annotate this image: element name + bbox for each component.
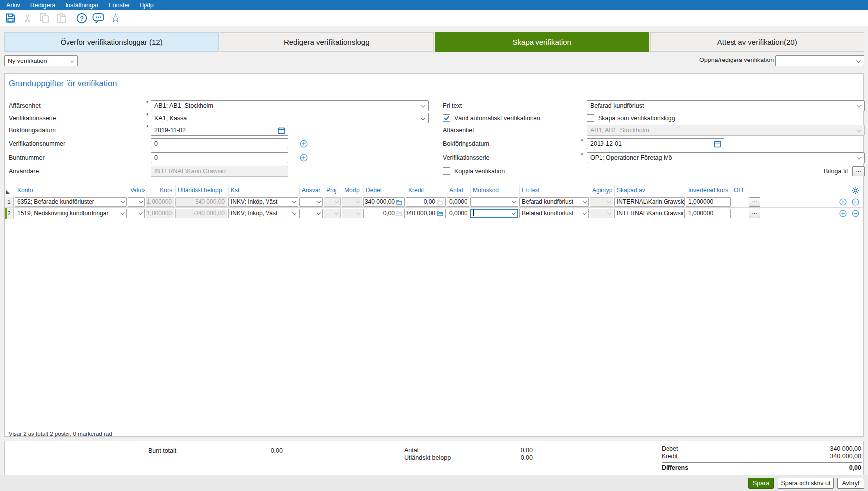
cut-button[interactable]: ✂ <box>21 11 34 25</box>
open-edit-verification-select[interactable] <box>775 55 864 66</box>
grid-status-bar: Visar 2 av totalt 2 poster. 0 markerad r… <box>5 430 863 437</box>
column-header-utlandskt-belopp[interactable]: Utländskt belopp <box>175 185 227 196</box>
amount-folder-icon[interactable] <box>437 199 443 205</box>
inverterad-kurs-cell[interactable]: 1,000000 <box>686 197 731 207</box>
momskod-cell[interactable] <box>470 197 518 207</box>
help-button[interactable]: ? <box>75 11 88 25</box>
column-header-fri-text[interactable]: Fri text <box>519 185 589 196</box>
comments-button[interactable] <box>92 11 105 25</box>
skapad-av-cell[interactable]: INTERNAL\Karin.Grawsio <box>614 209 685 218</box>
kst-cell[interactable]: INKV; Inköp, Väst <box>228 197 298 207</box>
column-header-mortp[interactable]: Mortp <box>342 185 362 196</box>
ole-button[interactable]: ... <box>749 197 760 207</box>
amount-folder-icon[interactable] <box>396 211 402 216</box>
avbryt-button[interactable]: Avbryt <box>837 478 864 489</box>
sort-corner-icon <box>6 190 10 194</box>
valuta-cell[interactable] <box>128 209 145 218</box>
column-header-konto[interactable]: Konto <box>15 185 127 196</box>
utlandskt-belopp-cell: -340 000,00 <box>175 209 227 218</box>
menu-fonster[interactable]: Fönster <box>104 2 134 9</box>
add-icon[interactable] <box>300 140 308 148</box>
ansvar-cell[interactable] <box>299 209 323 218</box>
kredit-cell[interactable]: 340 000,00 <box>406 209 446 218</box>
menu-hjalp[interactable]: Hjälp <box>134 2 159 9</box>
konto-cell[interactable]: 6352; Befarade kundförluster <box>15 197 127 207</box>
antal-cell[interactable]: 0,0000 <box>447 209 469 218</box>
grid-settings-button[interactable] <box>852 187 859 194</box>
calendar-icon[interactable] <box>714 140 721 148</box>
buntnummer-input[interactable]: 0 <box>151 152 288 163</box>
tab-overfor-verifikationsloggar[interactable]: Överför verifikationsloggar (12) <box>4 32 219 52</box>
new-verification-select[interactable]: Ny verifikation <box>4 55 78 66</box>
chevron-down-icon <box>512 210 516 214</box>
fri-text-select[interactable]: Befarad kundförlust <box>587 100 865 111</box>
menu-arkiv[interactable]: Arkiv <box>1 2 25 9</box>
column-header-kurs[interactable]: Kurs <box>146 185 174 196</box>
skapad-av-cell[interactable]: INTERNAL\Karin.Grawsio <box>614 197 685 207</box>
verifikationsnummer-input[interactable]: 0 <box>151 138 288 149</box>
row-number[interactable]: 1 <box>5 197 14 207</box>
bokforingsdatum-input[interactable]: 2019-11-02 <box>151 125 288 136</box>
bifoga-fil-button[interactable]: ... <box>852 166 865 176</box>
ole-button[interactable]: ... <box>749 209 760 218</box>
menu-redigera[interactable]: Redigera <box>25 2 61 9</box>
column-header-inverterad-kurs[interactable]: Inverterad kurs <box>686 185 731 196</box>
amount-folder-icon[interactable] <box>396 199 402 205</box>
skapa-som-verifikationslogg-checkbox[interactable] <box>587 114 594 122</box>
verifikationsserie-select[interactable]: KA1; Kassa <box>151 113 429 123</box>
row-number[interactable]: 2 <box>5 208 14 219</box>
vand-automatiskt-checkbox[interactable] <box>443 114 450 122</box>
save-button[interactable] <box>4 11 17 25</box>
spara-och-skriv-ut-button[interactable]: Spara och skriv ut <box>778 478 834 489</box>
differens-label: Differens <box>662 464 688 471</box>
column-header-agartyp[interactable]: Ägartyp <box>590 185 613 196</box>
verifikationsserie-vand-select[interactable]: OP1; Operationer Företag Mö <box>587 152 865 163</box>
grid-select-all-corner[interactable] <box>5 185 14 196</box>
affarsenhet-select[interactable]: AB1; AB1 Stockholm <box>151 100 429 111</box>
debet-cell[interactable]: 340 000,00 <box>363 197 405 207</box>
copy-button[interactable] <box>38 11 51 25</box>
chevron-down-icon <box>121 210 125 214</box>
inverterad-kurs-cell[interactable]: 1,000000 <box>686 209 731 218</box>
remove-row-icon[interactable] <box>852 210 859 217</box>
antal-cell[interactable]: 0,0000 <box>447 197 469 207</box>
column-header-momskod[interactable]: Momskod <box>470 185 518 196</box>
kredit-total-value: 340 000,00 <box>769 453 861 460</box>
column-header-kredit[interactable]: Kredit <box>406 185 446 196</box>
debet-cell[interactable]: 0,00 <box>363 209 405 218</box>
add-icon[interactable] <box>300 154 308 162</box>
add-row-icon[interactable] <box>839 198 847 206</box>
column-header-valuta[interactable]: Valuta <box>128 185 145 196</box>
column-header-debet[interactable]: Debet <box>363 185 405 196</box>
menu-installningar[interactable]: Inställningar <box>61 2 104 9</box>
column-header-ansvar[interactable]: Ansvar <box>299 185 323 196</box>
section-title: Grunduppgifter för verifikation <box>9 79 117 88</box>
fri-text-cell[interactable]: Befarad kundförlust <box>519 197 589 207</box>
column-header-antal[interactable]: Antal <box>447 185 469 196</box>
koppla-verifikation-checkbox[interactable] <box>443 167 450 175</box>
valuta-cell[interactable] <box>128 197 145 207</box>
tab-skapa-verifikation[interactable]: Skapa verifikation <box>435 32 649 52</box>
kst-cell[interactable]: INKV; Inköp, Väst <box>228 209 298 218</box>
calendar-icon[interactable] <box>278 127 285 134</box>
fri-text-cell[interactable]: Befarad kundförlust <box>519 209 589 218</box>
tab-redigera-verifikationslogg[interactable]: Redigera verifikationslogg <box>220 32 434 52</box>
ansvar-cell[interactable] <box>299 197 323 207</box>
favorites-button[interactable]: ☆ <box>109 11 122 25</box>
kredit-cell[interactable]: 0,00 <box>406 197 446 207</box>
amount-folder-icon[interactable] <box>437 211 443 216</box>
momskod-cell-focused[interactable] <box>470 209 518 218</box>
column-header-ole[interactable]: OLE <box>732 185 758 196</box>
text-cursor <box>473 210 474 216</box>
remove-row-icon[interactable] <box>852 198 859 206</box>
column-header-skapad-av[interactable]: Skapad av <box>614 185 685 196</box>
column-header-proj[interactable]: Proj <box>324 185 341 196</box>
bokforingsdatum-vand-input[interactable]: 2019-12-01 <box>587 138 724 149</box>
konto-cell[interactable]: 1519; Nedskrivning kundfordringar <box>15 209 127 218</box>
totals-divider <box>662 462 862 463</box>
add-row-icon[interactable] <box>839 210 847 217</box>
column-header-kst[interactable]: Kst <box>228 185 298 196</box>
spara-button[interactable]: Spara <box>748 478 774 489</box>
tab-attest-av-verifikation[interactable]: Attest av verifikation(20) <box>650 32 865 52</box>
paste-button[interactable] <box>55 11 68 25</box>
